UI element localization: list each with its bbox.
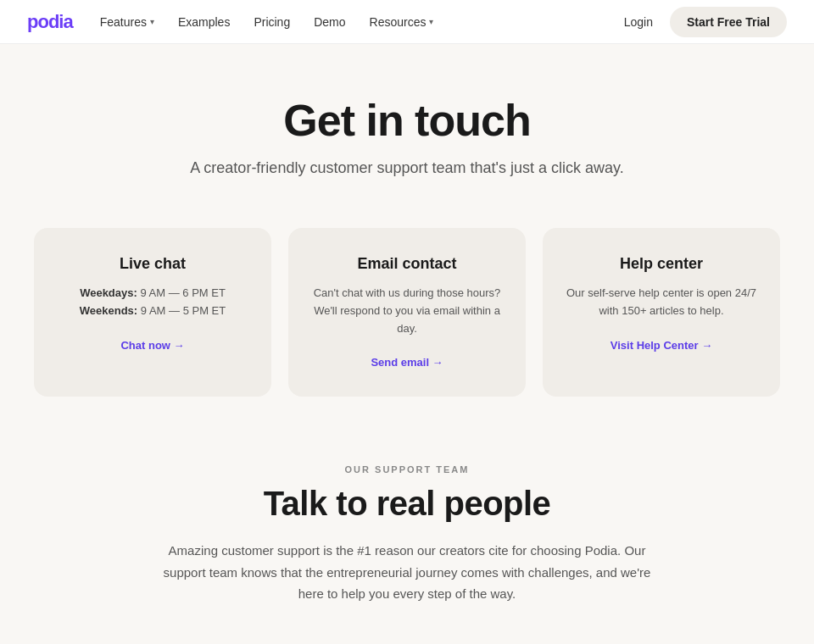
chat-now-link[interactable]: Chat now → bbox=[120, 339, 184, 352]
team-title: Talk to real people bbox=[34, 485, 780, 523]
email-contact-desc: Can't chat with us during those hours? W… bbox=[312, 285, 502, 337]
help-center-desc: Our self-serve help center is open 24/7 … bbox=[566, 285, 756, 320]
nav-features[interactable]: Features ▾ bbox=[100, 15, 154, 29]
hero-section: Get in touch A creator-friendly customer… bbox=[0, 44, 814, 211]
visit-help-center-link[interactable]: Visit Help Center → bbox=[610, 339, 712, 352]
nav-demo[interactable]: Demo bbox=[314, 15, 345, 29]
live-chat-card: Live chat Weekdays: 9 AM — 6 PM ET Weeke… bbox=[34, 228, 271, 397]
help-center-title: Help center bbox=[566, 255, 756, 273]
email-contact-title: Email contact bbox=[312, 255, 502, 273]
nav-right: Login Start Free Trial bbox=[624, 7, 787, 37]
live-chat-hours: Weekdays: 9 AM — 6 PM ET Weekends: 9 AM … bbox=[58, 285, 248, 320]
help-center-card: Help center Our self-serve help center i… bbox=[543, 228, 780, 397]
logo[interactable]: podia bbox=[27, 11, 73, 33]
chevron-down-icon: ▾ bbox=[429, 17, 433, 26]
navbar: podia Features ▾ Examples Pricing Demo R… bbox=[0, 0, 814, 44]
hero-subtitle: A creator-friendly customer support team… bbox=[34, 159, 780, 177]
send-email-link[interactable]: Send email → bbox=[371, 356, 443, 369]
nav-resources[interactable]: Resources ▾ bbox=[370, 15, 434, 29]
team-description: Amazing customer support is the #1 reaso… bbox=[161, 540, 653, 605]
hero-title: Get in touch bbox=[34, 95, 780, 146]
start-trial-button[interactable]: Start Free Trial bbox=[670, 7, 787, 37]
team-section: OUR SUPPORT TEAM Talk to real people Ama… bbox=[0, 447, 814, 644]
support-cards: Live chat Weekdays: 9 AM — 6 PM ET Weeke… bbox=[0, 211, 814, 447]
nav-examples[interactable]: Examples bbox=[178, 15, 230, 29]
nav-pricing[interactable]: Pricing bbox=[254, 15, 290, 29]
nav-links: Features ▾ Examples Pricing Demo Resourc… bbox=[100, 15, 624, 29]
login-button[interactable]: Login bbox=[624, 15, 653, 29]
live-chat-title: Live chat bbox=[58, 255, 248, 273]
email-contact-card: Email contact Can't chat with us during … bbox=[288, 228, 526, 397]
chevron-down-icon: ▾ bbox=[150, 17, 154, 26]
team-section-label: OUR SUPPORT TEAM bbox=[34, 464, 780, 475]
